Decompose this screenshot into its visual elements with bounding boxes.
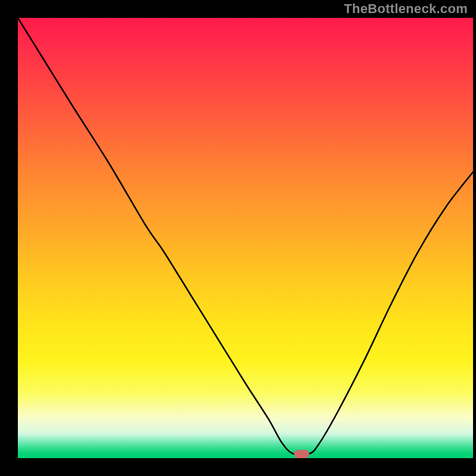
- curve-svg: [18, 18, 473, 458]
- chart-frame: TheBottleneck.com: [0, 0, 476, 476]
- watermark-text: TheBottleneck.com: [344, 1, 468, 17]
- bottleneck-curve: [18, 18, 473, 455]
- optimal-marker: [294, 450, 309, 458]
- plot-area: [18, 18, 473, 458]
